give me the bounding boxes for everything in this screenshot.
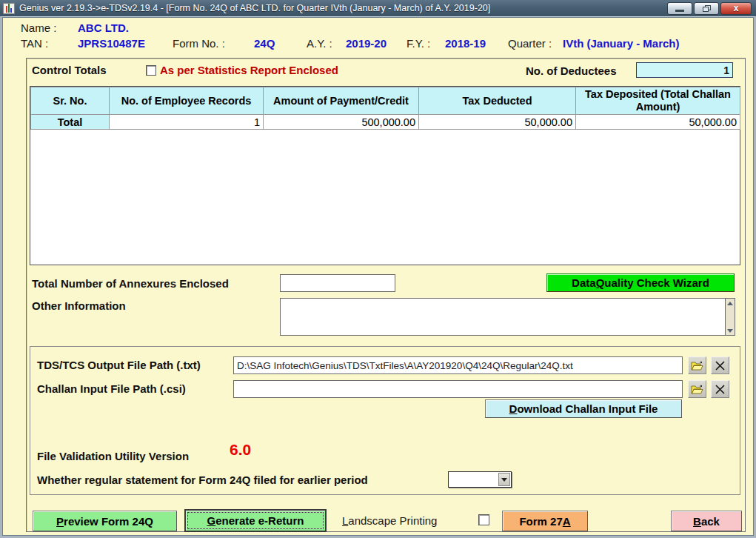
dropdown-button[interactable] (498, 473, 510, 486)
back-label-post: ack (701, 515, 720, 528)
title-bar: Genius ver 2.19.3->e-TDSv2.19.4 - [Form … (0, 0, 756, 16)
back-label-accel: B (693, 515, 701, 528)
name-label: Name : (21, 21, 56, 34)
table-row-total[interactable]: Total 1 500,000.00 50,000.00 50,000.00 (31, 115, 740, 130)
total-tax-deposited: 50,000.00 (576, 115, 740, 130)
form-no-value: 24Q (254, 37, 275, 50)
restore-button[interactable] (694, 2, 719, 15)
dqc-label-accel: Q (596, 276, 605, 289)
annexures-label: Total Number of Annexures Enclosed (32, 277, 229, 290)
other-information-textarea[interactable] (280, 298, 725, 336)
other-information-scrollbar[interactable] (725, 298, 735, 336)
challan-path-input[interactable] (233, 380, 683, 398)
minimize-button[interactable] (667, 2, 692, 15)
total-row-label: Total (31, 115, 110, 130)
scroll-down-icon[interactable] (726, 327, 734, 334)
dqc-label-post: uality Check Wizard (604, 276, 709, 289)
folder-open-icon (691, 361, 703, 371)
generate-label-post: enerate e-Return (215, 514, 304, 527)
annexures-input[interactable] (280, 274, 395, 292)
back-button[interactable]: Back (671, 511, 742, 531)
landscape-printing-label: Landscape Printing (342, 514, 437, 527)
close-icon: x (734, 3, 739, 13)
download-label-post: ownload Challan Input File (517, 402, 658, 415)
output-clear-button[interactable] (711, 356, 729, 374)
window-title: Genius ver 2.19.3->e-TDSv2.19.4 - [Form … (19, 3, 667, 13)
output-browse-button[interactable] (688, 356, 706, 374)
clear-x-icon (715, 361, 725, 371)
fy-label: F.Y. : (407, 37, 430, 50)
preview-label-accel: P (56, 515, 64, 528)
quarter-value: IVth (January - March) (563, 37, 680, 50)
col-amount: Amount of Payment/Credit (264, 87, 419, 115)
preview-label-post: review Form 24Q (64, 515, 153, 528)
col-tax-deposited: Tax Deposited (Total Challan Amount) (576, 87, 740, 115)
fvu-version-value: 6.0 (230, 441, 251, 459)
output-path-label: TDS/TCS Output File Path (.txt) (37, 359, 201, 371)
statistics-report-label: As per Statistics Report Enclosed (160, 64, 338, 76)
application-window: Genius ver 2.19.3->e-TDSv2.19.4 - [Form … (0, 0, 756, 538)
tan-label: TAN : (21, 37, 48, 50)
col-employee-records: No. of Employee Records (110, 87, 264, 115)
scroll-up-icon[interactable] (726, 299, 734, 307)
quarter-label: Quarter : (508, 37, 552, 50)
minimize-icon (675, 10, 684, 12)
tan-value: JPRS10487E (78, 37, 145, 50)
app-logo-icon (3, 3, 15, 14)
download-label-accel: D (509, 402, 518, 415)
control-totals-grid: Sr. No. No. of Employee Records Amount o… (30, 86, 740, 265)
col-sr-no: Sr. No. (31, 87, 110, 115)
ay-label: A.Y. : (307, 37, 332, 50)
form27a-label-pre: Form 27 (519, 515, 562, 528)
other-information-label: Other Information (32, 299, 126, 312)
download-challan-input-button[interactable]: Download Challan Input File (485, 399, 682, 418)
earlier-period-label: Whether regular statement for Form 24Q f… (37, 474, 368, 486)
landscape-label-post: andscape Printing (348, 514, 437, 527)
col-tax-deducted: Tax Deducted (419, 87, 576, 115)
fy-value: 2018-19 (445, 37, 486, 50)
challan-path-label: Challan Input File Path (.csi) (37, 382, 186, 395)
total-tax-deducted: 50,000.00 (419, 115, 576, 130)
form-27a-button[interactable]: Form 27A (502, 511, 588, 531)
fvu-version-label: File Validation Utility Version (37, 450, 189, 462)
grid-header-row: Sr. No. No. of Employee Records Amount o… (31, 87, 740, 115)
statistics-report-checkbox[interactable] (146, 65, 156, 76)
name-value: ABC LTD. (78, 21, 129, 34)
data-quality-check-wizard-button[interactable]: Data Quality Check Wizard (546, 273, 735, 292)
challan-clear-button[interactable] (711, 380, 729, 398)
challan-browse-button[interactable] (688, 380, 706, 398)
ay-value: 2019-20 (346, 37, 387, 50)
deductees-label: No. of Deductees (526, 64, 617, 77)
form27a-label-accel: A (563, 515, 571, 528)
generate-ereturn-button[interactable]: Generate e-Return (184, 509, 327, 532)
chevron-down-icon (501, 478, 507, 482)
earlier-period-dropdown[interactable] (448, 471, 512, 488)
total-employee-records: 1 (110, 115, 264, 130)
form-no-label: Form No. : (173, 37, 225, 50)
control-totals-label: Control Totals (32, 64, 107, 76)
deductees-input[interactable] (636, 62, 733, 78)
landscape-printing-checkbox[interactable] (478, 514, 489, 525)
folder-open-icon (691, 385, 703, 394)
total-amount: 500,000.00 (264, 115, 419, 130)
dqc-label-pre: Data (572, 276, 596, 289)
close-button[interactable]: x (720, 2, 752, 15)
clear-x-icon (715, 385, 725, 394)
preview-form24q-button[interactable]: Preview Form 24Q (33, 511, 177, 531)
restore-icon (703, 5, 711, 12)
output-path-input[interactable] (233, 356, 683, 374)
generate-label-accel: G (207, 514, 216, 527)
